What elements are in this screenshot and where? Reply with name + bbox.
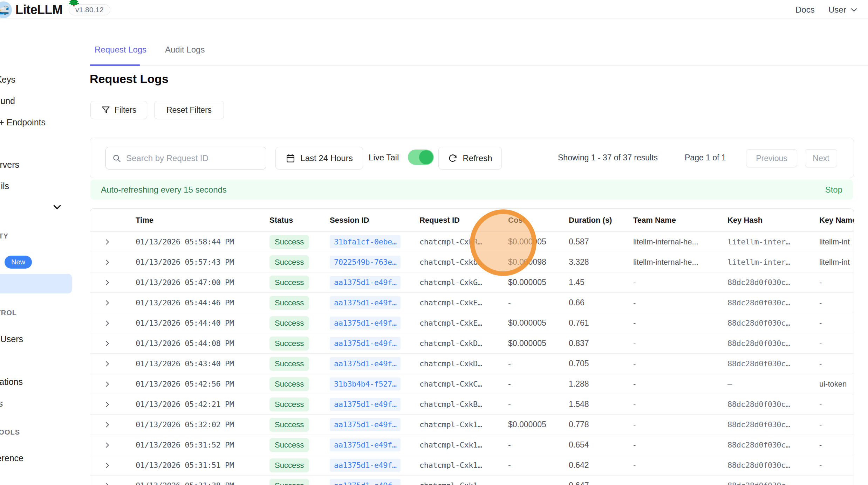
logs-tab-bar: Request Logs Audit Logs	[90, 42, 868, 65]
status-badge-wrap: Success	[269, 316, 330, 330]
status-badge: Success	[269, 255, 309, 269]
docs-link[interactable]: Docs	[795, 5, 815, 15]
chevron-down-icon	[850, 6, 858, 14]
table-row: 01/13/2026 05:31:52 PMSuccessaa1375d1-e4…	[90, 435, 854, 455]
session-id-link[interactable]: aa1375d1-e49f…	[330, 459, 401, 472]
time-range-button[interactable]: Last 24 Hours	[275, 147, 363, 169]
session-id-link[interactable]: aa1375d1-e49f…	[330, 398, 401, 411]
cell-time: 01/13/2026 05:31:38 PM	[136, 481, 269, 485]
cell-cost: $0.000098	[508, 257, 569, 267]
search-box[interactable]	[105, 147, 266, 169]
table-row: 01/13/2026 05:43:40 PMSuccessaa1375d1-e4…	[90, 354, 854, 374]
tab-request-logs[interactable]: Request Logs	[95, 45, 146, 55]
cell-cost: -	[508, 298, 569, 307]
session-link-wrap: aa1375d1-e49f…	[330, 357, 419, 370]
results-count: Showing 1 - 37 of 37 results	[558, 153, 658, 162]
tree-decoration-icon: 🌲	[67, 0, 80, 7]
refresh-icon	[448, 153, 458, 163]
chevron-right-icon[interactable]	[103, 482, 136, 485]
sidebar-item-teams[interactable]: s	[0, 399, 3, 409]
cell-team-name: -	[633, 481, 727, 485]
cell-request-id: chatcmpl-Cxk1…	[419, 461, 508, 470]
chevron-right-icon[interactable]	[103, 238, 136, 246]
active-tab-underline	[90, 64, 140, 66]
sidebar-item-guardrails[interactable]: ils	[1, 181, 9, 191]
refresh-button-label: Refresh	[463, 153, 492, 163]
chevron-right-icon[interactable]	[103, 380, 136, 388]
brand-title: LiteLLM	[15, 2, 62, 17]
sidebar-item-virtual-keys[interactable]: Keys	[0, 75, 15, 85]
chevron-right-icon[interactable]	[103, 299, 136, 307]
funnel-icon	[101, 105, 110, 115]
filters-button[interactable]: Filters	[90, 101, 147, 119]
cell-cost: -	[508, 379, 569, 389]
cell-cost: -	[508, 481, 569, 485]
header-cost: Cost	[508, 216, 569, 225]
reset-filters-label: Reset Filters	[166, 105, 212, 115]
sidebar-item-organizations[interactable]: ations	[0, 377, 23, 387]
sidebar-item-mcp-servers[interactable]: rvers	[0, 160, 19, 170]
calendar-icon	[286, 153, 295, 163]
stop-auto-refresh-link[interactable]: Stop	[825, 185, 842, 195]
session-id-link[interactable]: 31bfa1cf-0ebe…	[330, 235, 401, 248]
session-link-wrap: aa1375d1-e49f…	[330, 296, 419, 309]
live-tail-toggle[interactable]	[408, 150, 434, 165]
cell-request-id: chatcmpl-CxkD…	[419, 339, 508, 348]
session-id-link[interactable]: aa1375d1-e49f…	[330, 357, 401, 370]
reset-filters-button[interactable]: Reset Filters	[154, 101, 224, 119]
next-page-button[interactable]: Next	[805, 149, 837, 167]
header-key-hash: Key Hash	[727, 216, 819, 225]
table-row: 01/13/2026 05:44:46 PMSuccessaa1375d1-e4…	[90, 293, 854, 313]
session-link-wrap: aa1375d1-e49f…	[330, 438, 419, 451]
sidebar-section-observability: TY	[0, 232, 8, 240]
search-input[interactable]	[126, 153, 260, 163]
cell-team-name: -	[633, 380, 727, 389]
chevron-right-icon[interactable]	[103, 421, 136, 429]
cell-cost: -	[508, 460, 569, 470]
session-id-link[interactable]: aa1375d1-e49f…	[330, 479, 401, 485]
session-id-link[interactable]: aa1375d1-e49f…	[330, 418, 401, 431]
toggle-knob	[419, 150, 433, 164]
session-link-wrap: aa1375d1-e49f…	[330, 276, 419, 289]
refresh-button[interactable]: Refresh	[438, 147, 502, 169]
chevron-right-icon[interactable]	[103, 401, 136, 408]
sidebar-item-logs-selected[interactable]	[0, 274, 72, 293]
session-id-link[interactable]: aa1375d1-e49f…	[330, 296, 401, 309]
chevron-right-icon[interactable]	[103, 360, 136, 368]
session-id-link[interactable]: 7022549b-763e…	[330, 256, 401, 269]
session-id-link[interactable]: aa1375d1-e49f…	[330, 317, 401, 330]
tab-audit-logs[interactable]: Audit Logs	[165, 45, 205, 55]
cell-team-name: -	[633, 400, 727, 409]
sidebar-section-access-control: TROL	[0, 309, 17, 317]
chevron-right-icon[interactable]	[103, 340, 136, 347]
sidebar-item-api-reference[interactable]: erence	[0, 453, 23, 463]
sidebar-item-playground[interactable]: und	[0, 96, 15, 106]
session-id-link[interactable]: aa1375d1-e49f…	[330, 276, 401, 289]
auto-refresh-text: Auto-refreshing every 15 seconds	[101, 185, 227, 195]
cell-key-name: -	[819, 481, 854, 485]
chevron-right-icon[interactable]	[103, 279, 136, 286]
table-row: 01/13/2026 05:47:00 PMSuccessaa1375d1-e4…	[90, 272, 854, 293]
status-badge-wrap: Success	[269, 418, 330, 432]
user-menu[interactable]: User	[828, 5, 858, 15]
session-id-link[interactable]: aa1375d1-e49f…	[330, 337, 401, 350]
sidebar-item-models-endpoints[interactable]: + Endpoints	[0, 117, 46, 127]
table-row: 01/13/2026 05:57:43 PMSuccess7022549b-76…	[90, 252, 854, 272]
session-id-link[interactable]: aa1375d1-e49f…	[330, 438, 401, 451]
status-badge-wrap: Success	[269, 357, 330, 371]
status-badge: Success	[269, 377, 309, 391]
cell-time: 01/13/2026 05:57:43 PM	[136, 258, 269, 266]
sidebar-item-internal-users[interactable]: Users	[0, 334, 23, 344]
cell-key-name: -	[819, 400, 854, 409]
chevron-right-icon[interactable]	[103, 441, 136, 449]
cell-request-id: chatcmpl-CxkR…	[419, 237, 508, 246]
cell-time: 01/13/2026 05:42:56 PM	[136, 380, 269, 388]
session-link-wrap: 31bfa1cf-0ebe…	[330, 235, 419, 248]
chevron-right-icon[interactable]	[103, 462, 136, 469]
session-id-link[interactable]: 31b3b4b4-f527…	[330, 377, 401, 390]
previous-page-button[interactable]: Previous	[746, 149, 797, 167]
chevron-right-icon[interactable]	[103, 319, 136, 327]
sidebar-expand-chevron-icon[interactable]	[52, 202, 62, 212]
chevron-right-icon[interactable]	[103, 258, 136, 266]
cell-duration: 0.761	[569, 318, 633, 328]
